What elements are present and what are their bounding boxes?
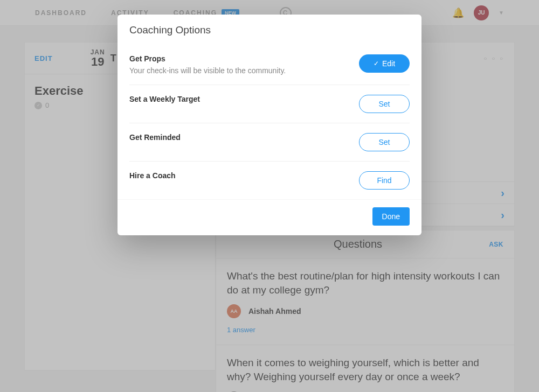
modal-footer: Done <box>118 199 421 235</box>
modal-header: Coaching Options <box>118 15 421 45</box>
set-button[interactable]: Set <box>359 95 410 113</box>
option-title: Set a Weekly Target <box>129 95 359 103</box>
option-hire-coach: Hire a Coach Find <box>129 161 410 199</box>
option-weekly-target: Set a Weekly Target Set <box>129 85 410 123</box>
option-title: Get Reminded <box>129 133 359 142</box>
button-label: Set <box>378 138 390 146</box>
option-get-reminded: Get Reminded Set <box>129 123 410 161</box>
coaching-options-modal: Coaching Options Get Props Your check-in… <box>118 15 421 235</box>
modal-overlay[interactable]: Coaching Options Get Props Your check-in… <box>0 0 539 392</box>
find-button[interactable]: Find <box>359 171 410 190</box>
button-label: Set <box>378 100 390 108</box>
edit-button[interactable]: ✓ Edit <box>359 54 410 73</box>
modal-title: Coaching Options <box>129 24 410 36</box>
option-get-props: Get Props Your check-ins will be visible… <box>129 45 410 85</box>
done-button[interactable]: Done <box>372 207 410 226</box>
modal-body: Get Props Your check-ins will be visible… <box>118 45 421 199</box>
option-desc: Your check-ins will be visible to the co… <box>129 66 359 75</box>
set-button[interactable]: Set <box>359 133 410 151</box>
button-label: Find <box>377 176 391 185</box>
option-title: Hire a Coach <box>129 171 359 180</box>
check-icon: ✓ <box>374 60 379 67</box>
option-title: Get Props <box>129 54 359 63</box>
button-label: Edit <box>382 59 395 68</box>
